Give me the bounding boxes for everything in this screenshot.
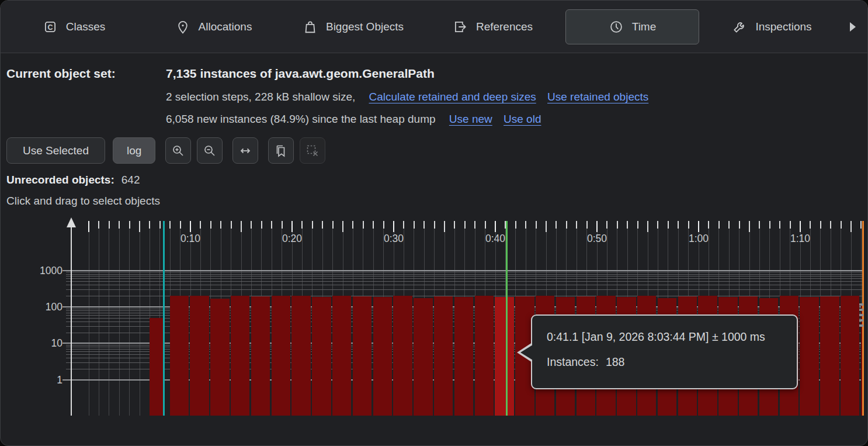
x-axis-tick	[301, 221, 303, 229]
x-axis-tick	[312, 221, 313, 229]
use-selected-button[interactable]: Use Selected	[6, 137, 105, 164]
x-axis-label: 0:40	[475, 233, 516, 245]
chart-toolbar: Use Selected log	[1, 137, 867, 164]
zoom-out-button[interactable]	[197, 137, 223, 164]
x-axis-tick	[850, 221, 852, 232]
chart-bar-highlighted[interactable]	[495, 297, 513, 416]
teal-line	[163, 221, 165, 416]
chart-bar[interactable]	[251, 296, 270, 416]
tab-label: Inspections	[755, 20, 811, 33]
x-axis-tick	[637, 221, 638, 229]
x-axis-tick	[88, 221, 89, 232]
chart-bar[interactable]	[272, 296, 290, 416]
bookmark-button[interactable]	[268, 137, 294, 164]
chart-bar[interactable]	[231, 296, 249, 416]
x-axis-tick	[841, 221, 842, 229]
use-retained-objects-link[interactable]: Use retained objects	[547, 91, 648, 103]
chart-bar[interactable]	[332, 296, 351, 416]
x-axis-tick	[555, 221, 557, 229]
chart-bar[interactable]	[454, 297, 473, 416]
x-axis-tick	[779, 221, 780, 229]
grid-line-minor	[66, 281, 863, 282]
x-axis-label: 0:20	[272, 233, 313, 245]
x-axis-label: 0:30	[373, 233, 414, 245]
x-axis-tick	[352, 221, 353, 229]
chart-bar[interactable]	[353, 296, 371, 416]
object-set-title: 7,135 instances of java.awt.geom.General…	[166, 65, 648, 82]
tab-time[interactable]: Time	[565, 9, 699, 44]
tab-allocations[interactable]: Allocations	[147, 9, 280, 44]
x-axis-tick	[525, 221, 526, 229]
view-tab-bar: C Classes Allocations Biggest Objects	[1, 1, 867, 53]
chart-bar[interactable]	[820, 296, 839, 416]
x-axis-tick	[718, 221, 720, 229]
x-axis-tick	[749, 221, 750, 232]
allocations-icon	[175, 19, 190, 34]
x-axis-tick	[596, 221, 598, 232]
calculate-retained-link[interactable]: Calculate retained and deep sizes	[369, 91, 536, 103]
x-axis-tick	[241, 221, 242, 232]
x-axis-tick	[291, 221, 293, 232]
x-axis-tick	[739, 221, 740, 229]
x-axis-tick	[810, 221, 811, 229]
tabs-overflow-button[interactable]	[842, 22, 864, 32]
chart-bar[interactable]	[373, 297, 392, 416]
chart-bar[interactable]	[190, 296, 209, 416]
chart-bar[interactable]	[414, 298, 432, 416]
chevron-right-icon	[850, 22, 856, 32]
use-old-link[interactable]: Use old	[504, 113, 541, 125]
chart-bar[interactable]	[150, 318, 163, 416]
x-axis-tick	[627, 221, 628, 229]
x-axis-tick	[678, 221, 679, 229]
tab-inspections[interactable]: Inspections	[705, 9, 839, 44]
y-axis-label: 1	[18, 374, 63, 386]
chart-bar[interactable]	[434, 296, 453, 416]
instances-time-chart[interactable]: 0:100:200:300:400:501:001:101000100101 0…	[1, 217, 868, 446]
chart-bar[interactable]	[170, 296, 189, 416]
tab-classes[interactable]: C Classes	[7, 9, 141, 44]
grid-line-minor	[66, 289, 863, 290]
chart-bar[interactable]	[210, 299, 229, 416]
clear-selection-button[interactable]	[300, 137, 325, 164]
use-new-link[interactable]: Use new	[449, 113, 492, 125]
x-axis-tick	[617, 221, 618, 229]
x-axis-tick	[515, 221, 516, 229]
tooltip-time-text: 0:41.1 [Jan 9, 2026 8:03:44 PM] ± 1000 m…	[547, 330, 785, 344]
x-axis-tick	[231, 221, 232, 229]
grid-line-minor	[66, 285, 863, 285]
tab-biggest-objects[interactable]: Biggest Objects	[286, 9, 420, 44]
x-axis-tick	[495, 221, 496, 232]
x-axis-tick	[220, 221, 221, 229]
grid-line-minor	[66, 278, 863, 279]
x-axis-tick	[698, 221, 699, 232]
chart-bar[interactable]	[393, 296, 412, 416]
x-axis-tick	[129, 221, 130, 229]
chart-bar[interactable]	[800, 297, 818, 416]
unrecorded-objects-line: Unrecorded objects:642	[1, 174, 867, 186]
current-object-set-section: Current object set: 7,135 instances of j…	[1, 53, 867, 126]
chart-bar[interactable]	[312, 297, 331, 416]
x-axis-tick	[383, 221, 384, 229]
fit-to-width-button[interactable]	[232, 137, 258, 164]
chart-bar[interactable]	[291, 296, 310, 416]
grid-line-major	[63, 270, 863, 271]
x-axis-tick	[210, 221, 211, 229]
x-axis-label: 0:10	[170, 233, 211, 245]
chart-bar[interactable]	[841, 296, 859, 416]
x-axis-tick	[342, 221, 343, 232]
tab-references[interactable]: References	[426, 9, 560, 44]
x-axis-tick	[363, 221, 364, 229]
log-scale-toggle-button[interactable]: log	[113, 137, 155, 164]
tab-label: Biggest Objects	[326, 20, 404, 33]
selection-steps-text: 2 selection steps, 228 kB shallow size,	[166, 91, 355, 103]
classes-icon: C	[43, 19, 58, 34]
x-axis-tick	[322, 221, 323, 229]
zoom-in-button[interactable]	[165, 137, 191, 164]
green-line	[506, 221, 508, 416]
chart-bar[interactable]	[475, 296, 494, 416]
tooltip-instances-text: Instances:188	[547, 355, 785, 369]
fit-width-icon	[238, 144, 252, 158]
object-set-detail-line2: 6,058 new instances (84.9%) since the la…	[166, 112, 648, 126]
x-axis-label: 1:10	[780, 233, 821, 245]
x-axis-label: 0:50	[577, 233, 617, 245]
